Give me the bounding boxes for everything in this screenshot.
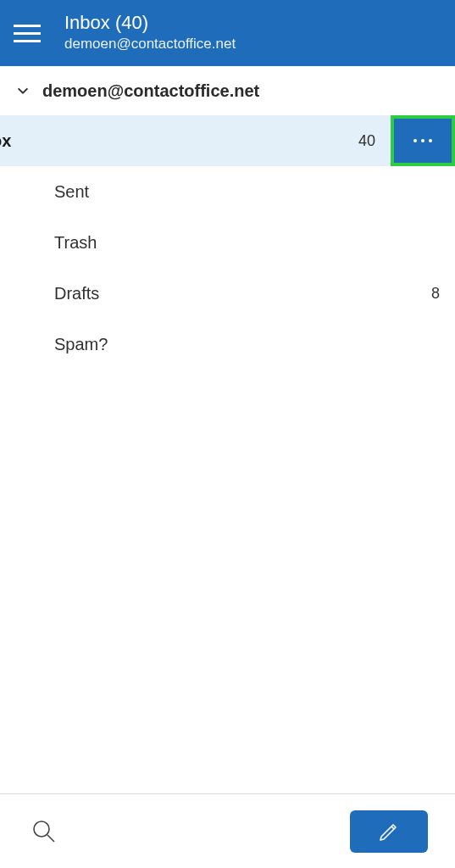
folder-label: ox bbox=[0, 131, 358, 151]
svg-line-2 bbox=[391, 826, 394, 829]
bottom-bar bbox=[0, 793, 455, 868]
search-button[interactable] bbox=[27, 815, 61, 849]
svg-point-0 bbox=[34, 821, 49, 837]
folder-sent[interactable]: Sent bbox=[0, 166, 455, 217]
folder-count: 8 bbox=[431, 285, 440, 303]
folder-count: 40 bbox=[358, 132, 375, 150]
compose-button[interactable] bbox=[350, 810, 428, 853]
hamburger-icon bbox=[14, 25, 41, 27]
account-email: demoen@contactoffice.net bbox=[42, 81, 259, 101]
folder-label: Trash bbox=[54, 233, 455, 253]
svg-line-1 bbox=[47, 835, 54, 842]
folder-label: Sent bbox=[54, 182, 455, 202]
folder-drafts[interactable]: Drafts 8 bbox=[0, 268, 455, 319]
account-row[interactable]: demoen@contactoffice.net bbox=[0, 66, 455, 115]
search-icon bbox=[31, 819, 57, 844]
folder-spam[interactable]: Spam? bbox=[0, 319, 455, 370]
header-title: Inbox (40) bbox=[64, 12, 236, 34]
more-icon bbox=[413, 139, 432, 142]
more-button[interactable] bbox=[391, 115, 455, 166]
pencil-icon bbox=[377, 820, 401, 843]
menu-button[interactable] bbox=[14, 16, 47, 50]
header-titles: Inbox (40) demoen@contactoffice.net bbox=[64, 12, 236, 54]
chevron-down-icon bbox=[15, 83, 31, 98]
header-subtitle: demoen@contactoffice.net bbox=[64, 34, 236, 54]
folder-trash[interactable]: Trash bbox=[0, 217, 455, 268]
folder-label: Drafts bbox=[54, 284, 431, 303]
folder-inbox[interactable]: ox 40 bbox=[0, 115, 455, 166]
folder-label: Spam? bbox=[54, 335, 455, 354]
app-header: Inbox (40) demoen@contactoffice.net bbox=[0, 0, 455, 66]
folder-list: ox 40 Sent Trash Drafts 8 Spam? bbox=[0, 115, 455, 793]
